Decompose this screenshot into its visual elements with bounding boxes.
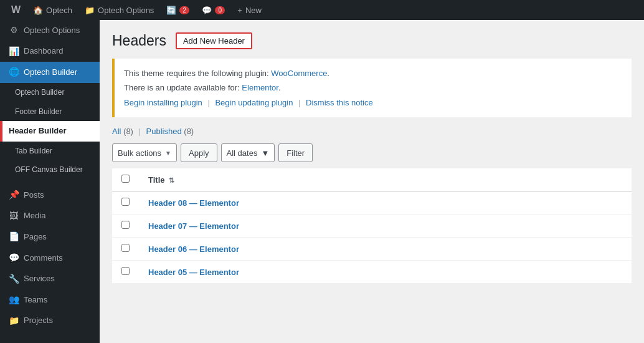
toolbar: Bulk actions ▼ Apply All dates ▼ Filter <box>112 143 632 162</box>
sidebar-item-media[interactable]: 🖼 Media <box>0 206 100 227</box>
comments-count: 0 <box>215 6 225 14</box>
table-header-cb <box>112 168 139 191</box>
main-content: Headers Add New Header This theme requir… <box>100 20 644 343</box>
pin-icon: 📌 <box>9 189 19 201</box>
adminbar-updates[interactable]: 🔄 2 <box>160 0 196 20</box>
comments-icon: 💬 <box>202 6 212 15</box>
begin-updating-link[interactable]: Begin updating plugin <box>215 98 293 107</box>
sidebar-item-pages[interactable]: 📄 Pages <box>0 226 100 248</box>
table-row: Header 05 — Elementor <box>112 261 632 284</box>
elementor-link[interactable]: Elementor <box>242 83 278 92</box>
sidebar-item-optech-builder-sub[interactable]: Optech Builder <box>0 83 100 102</box>
row-checkbox[interactable] <box>121 244 130 252</box>
sidebar-label-optech-options: Optech Options <box>24 25 80 36</box>
plus-icon: + <box>237 6 242 15</box>
sidebar-label-optech-builder-sub: Optech Builder <box>15 87 64 98</box>
header-item-link[interactable]: Header 08 — Elementor <box>148 198 239 208</box>
sidebar-label-pages: Pages <box>24 231 47 243</box>
title-column-label: Title <box>148 175 165 185</box>
sidebar-item-projects[interactable]: 📁 Projects <box>0 311 100 332</box>
header-item-link[interactable]: Header 05 — Elementor <box>148 268 239 277</box>
folder-icon: 📁 <box>9 315 19 327</box>
table-row: Header 06 — Elementor <box>112 238 632 261</box>
adminbar-site[interactable]: 🏠 Optech <box>27 0 78 20</box>
adminbar-new-label: New <box>245 6 262 15</box>
sidebar-label-footer-builder: Footer Builder <box>15 107 62 117</box>
notice-text-prefix1: This theme requires the following plugin… <box>124 69 271 78</box>
woocommerce-link[interactable]: WooCommerce <box>271 69 327 78</box>
sidebar-item-optech-options[interactable]: ⚙ Optech Options <box>0 20 100 41</box>
speech-bubble-icon: 💬 <box>9 252 19 264</box>
filter-button[interactable]: Filter <box>278 143 313 162</box>
sidebar-label-services: Services <box>24 273 55 284</box>
sidebar-item-header-builder[interactable]: Header Builder <box>0 121 100 141</box>
sidebar-label-dashboard: Dashboard <box>24 46 64 57</box>
sidebar-item-off-canvas[interactable]: OFF Canvas Builder <box>0 160 100 180</box>
row-checkbox[interactable] <box>121 221 130 229</box>
begin-installing-link[interactable]: Begin installing plugin <box>124 98 202 107</box>
adminbar-wp-logo[interactable]: W <box>5 0 27 20</box>
admin-bar: W 🏠 Optech 📁 Optech Options 🔄 2 💬 0 + Ne… <box>0 0 644 20</box>
table-body: Header 08 — Elementor Header 07 — Elemen… <box>112 191 632 284</box>
plugin-notice: This theme requires the following plugin… <box>112 59 632 117</box>
row-checkbox-cell <box>112 261 139 284</box>
filter-links: All (8) | Published (8) <box>112 127 632 136</box>
dismiss-notice-link[interactable]: Dismiss this notice <box>306 98 373 107</box>
sidebar-item-teams[interactable]: 👥 Teams <box>0 289 100 311</box>
gear-icon: ⚙ <box>9 24 19 37</box>
adminbar-site-label: Optech <box>46 6 72 15</box>
sidebar-item-comments[interactable]: 💬 Comments <box>0 248 100 269</box>
page-header: Headers Add New Header <box>112 32 632 49</box>
notice-actions: Begin installing plugin | Begin updating… <box>124 95 622 110</box>
media-icon: 🖼 <box>9 210 19 223</box>
sidebar-label-tab-builder: Tab Builder <box>15 146 52 157</box>
row-title-cell: Header 07 — Elementor <box>139 215 632 238</box>
sidebar-item-posts[interactable]: 📌 Posts <box>0 185 100 206</box>
wp-icon: W <box>11 4 21 16</box>
header-item-link[interactable]: Header 06 — Elementor <box>148 244 239 254</box>
date-filter-select[interactable]: All dates ▼ <box>221 143 275 162</box>
bulk-actions-label: Bulk actions <box>118 148 161 158</box>
add-new-header-button[interactable]: Add New Header <box>176 32 252 49</box>
pages-icon: 📄 <box>9 231 19 243</box>
sort-icon: ⇅ <box>169 176 174 184</box>
row-checkbox-cell <box>112 238 139 261</box>
sidebar-label-off-canvas: OFF Canvas Builder <box>15 165 83 175</box>
chevron-down-icon: ▼ <box>165 150 171 157</box>
filter-all-link[interactable]: All (8) <box>112 127 133 136</box>
sidebar: ⚙ Optech Options 📊 Dashboard 🌐 Optech Bu… <box>0 20 100 343</box>
sidebar-item-footer-builder[interactable]: Footer Builder <box>0 102 100 122</box>
sidebar-label-projects: Projects <box>24 315 53 326</box>
notice-line1: This theme requires the following plugin… <box>124 66 622 80</box>
row-checkbox[interactable] <box>121 267 130 275</box>
adminbar-options[interactable]: 📁 Optech Options <box>78 0 160 20</box>
updates-count: 2 <box>179 6 189 14</box>
sidebar-item-dashboard[interactable]: 📊 Dashboard <box>0 41 100 62</box>
sidebar-label-posts: Posts <box>24 190 44 201</box>
select-all-checkbox[interactable] <box>121 175 130 183</box>
people-icon: 👥 <box>9 294 19 306</box>
header-item-link[interactable]: Header 07 — Elementor <box>148 221 239 231</box>
row-title-cell: Header 06 — Elementor <box>139 238 632 261</box>
globe-icon: 🌐 <box>9 66 19 79</box>
sidebar-label-comments: Comments <box>24 253 63 264</box>
row-checkbox-cell <box>112 215 139 238</box>
bulk-actions-select[interactable]: Bulk actions ▼ <box>112 143 177 162</box>
folder-icon: 📁 <box>85 6 95 15</box>
row-checkbox-cell <box>112 191 139 215</box>
row-checkbox[interactable] <box>121 198 130 206</box>
chevron-down-icon2: ▼ <box>261 148 269 158</box>
home-icon: 🏠 <box>33 6 43 15</box>
adminbar-comments[interactable]: 💬 0 <box>196 0 231 20</box>
apply-button[interactable]: Apply <box>181 143 217 162</box>
table-row: Header 07 — Elementor <box>112 215 632 238</box>
sidebar-label-teams: Teams <box>24 294 47 306</box>
wrench-icon: 🔧 <box>9 273 19 286</box>
adminbar-new[interactable]: + New <box>231 0 268 20</box>
sidebar-item-optech-builder[interactable]: 🌐 Optech Builder <box>0 62 100 83</box>
filter-published-link[interactable]: Published (8) <box>146 127 194 136</box>
sidebar-item-services[interactable]: 🔧 Services <box>0 269 100 290</box>
all-dates-label: All dates <box>227 148 258 158</box>
sidebar-label-header-builder: Header Builder <box>9 125 66 137</box>
sidebar-item-tab-builder[interactable]: Tab Builder <box>0 142 100 161</box>
